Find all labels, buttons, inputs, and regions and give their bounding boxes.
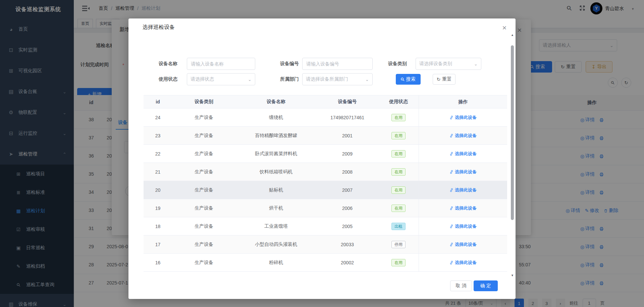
device-action-cell: 选择此设备 (419, 163, 507, 181)
device-status-cell: 在用 (378, 150, 419, 158)
device-code-input[interactable] (302, 58, 373, 70)
link-icon (449, 170, 453, 174)
device-category-label: 设备类别 (383, 61, 407, 67)
device-id: 24 (144, 115, 172, 120)
link-icon (449, 261, 453, 265)
device-code: 20002 (316, 260, 378, 265)
device-id: 23 (144, 133, 172, 138)
device-id: 18 (144, 224, 172, 229)
device-action-cell: 选择此设备 (419, 181, 507, 199)
device-action-cell: 选择此设备 (419, 254, 507, 271)
status-badge: 在用 (391, 259, 406, 266)
status-badge: 在用 (391, 168, 406, 176)
status-badge: 出租 (391, 223, 406, 230)
select-device-button[interactable]: 选择此设备 (449, 115, 477, 121)
device-code: 2007 (316, 187, 378, 193)
device-table-header: id设备类别设备名称设备编号使用状态操作 (144, 95, 507, 108)
use-status-select[interactable]: 请选择状态 ⌄ (187, 73, 255, 85)
device-name: 粉碎机 (236, 260, 316, 266)
device-category-select[interactable]: 请选择设备类别 ⌄ (416, 58, 481, 70)
device-name: 百特精酿啤酒发酵罐 (236, 133, 316, 139)
device-table-body: 24生产设备缠绕机1749820717461在用选择此设备23生产设备百特精酿啤… (144, 108, 507, 272)
device-id: 21 (144, 169, 172, 175)
device-action-cell: 选择此设备 (419, 127, 507, 144)
device-name: 烘干机 (236, 205, 316, 211)
device-status-cell: 在用 (378, 114, 419, 121)
device-table-row: 19生产设备烘干机2006在用选择此设备 (144, 199, 507, 217)
device-id: 16 (144, 260, 172, 265)
link-icon (449, 243, 453, 247)
select-device-button[interactable]: 选择此设备 (449, 133, 477, 139)
confirm-button[interactable]: 确 定 (474, 280, 498, 291)
modal-search-button[interactable]: ⚲ 搜索 (396, 74, 421, 85)
device-name-input[interactable] (187, 58, 255, 70)
modal-close-icon[interactable]: ✕ (502, 25, 507, 32)
device-name: 贴标机 (236, 187, 316, 193)
device-action-cell: 选择此设备 (419, 145, 507, 163)
device-status-cell: 出租 (378, 223, 419, 230)
filter-use-status: 使用状态 请选择状态 ⌄ (149, 73, 255, 85)
modal-scrollbar: ▲ ▼ (510, 33, 515, 277)
status-badge: 在用 (391, 114, 406, 121)
device-category: 生产设备 (172, 242, 236, 248)
device-category: 生产设备 (172, 260, 236, 266)
device-table-row: 18生产设备工业蒸馏塔2005出租选择此设备 (144, 217, 507, 235)
device-action-cell: 选择此设备 (419, 199, 507, 217)
device-table-row: 16生产设备粉碎机20002在用选择此设备 (144, 254, 507, 272)
select-device-button[interactable]: 选择此设备 (449, 187, 477, 193)
select-device-button[interactable]: 选择此设备 (449, 169, 477, 175)
select-device-button[interactable]: 选择此设备 (449, 223, 477, 229)
device-category: 生产设备 (172, 151, 236, 157)
device-category: 生产设备 (172, 133, 236, 139)
department-select[interactable]: 请选择设备所属部门 ⌄ (302, 73, 373, 85)
filter-device-name: 设备名称 (149, 58, 255, 70)
device-id: 20 (144, 187, 172, 193)
device-category: 生产设备 (172, 169, 236, 175)
device-code: 20033 (316, 242, 378, 247)
device-name-label: 设备名称 (149, 61, 177, 67)
device-status-cell: 在用 (378, 132, 419, 139)
device-status-cell: 在用 (378, 168, 419, 176)
select-device-button[interactable]: 选择此设备 (449, 151, 477, 157)
device-table-row: 17生产设备小型自动四头灌装机20033停用选择此设备 (144, 235, 507, 254)
device-category: 生产设备 (172, 205, 236, 211)
app-root: 设备巡检监测系统 ◕首页⊡实时监测⊞可视化园区▤设备台账⌄⚙物联配置⌄⊟运行监控… (0, 0, 644, 307)
device-code-label: 设备编号 (269, 61, 299, 67)
device-name: 饮料纸箱喷码机 (236, 169, 316, 175)
device-category: 生产设备 (172, 187, 236, 193)
select-device-button[interactable]: 选择此设备 (449, 260, 477, 266)
device-col-设备类别: 设备类别 (172, 99, 236, 105)
link-icon (449, 188, 453, 192)
filter-department: 所属部门 请选择设备所属部门 ⌄ (269, 73, 373, 85)
select-device-modal: 选择巡检设备 ✕ 设备名称 设备编号 设备类别 请选择设备类别 ⌄ 使用状态 (128, 18, 516, 299)
device-status-cell: 停用 (378, 241, 419, 248)
device-table-row: 22生产设备卧式滚筒酱菜拌料机2009在用选择此设备 (144, 145, 507, 163)
select-device-button[interactable]: 选择此设备 (449, 242, 477, 248)
device-col-设备名称: 设备名称 (236, 99, 316, 105)
scroll-up-icon[interactable]: ▲ (510, 33, 515, 37)
device-id: 22 (144, 151, 172, 157)
filter-device-category: 设备类别 请选择设备类别 ⌄ (383, 58, 481, 70)
device-col-id: id (144, 99, 172, 104)
use-status-label: 使用状态 (149, 76, 177, 82)
select-device-button[interactable]: 选择此设备 (449, 205, 477, 211)
search-icon: ⚲ (399, 76, 406, 83)
scroll-down-icon[interactable]: ▼ (510, 274, 515, 277)
status-badge: 在用 (391, 132, 406, 139)
device-code: 1749820717461 (316, 115, 378, 120)
modal-reset-button[interactable]: ↻ 重置 (433, 74, 455, 85)
status-badge: 停用 (391, 241, 406, 248)
device-code: 2006 (316, 206, 378, 211)
chevron-down-icon: ⌄ (474, 61, 478, 67)
status-badge: 在用 (391, 205, 406, 212)
device-table-row: 20生产设备贴标机2007在用选择此设备 (144, 181, 507, 199)
refresh-icon: ↻ (437, 77, 441, 82)
scrollbar-thumb[interactable] (511, 45, 514, 220)
device-status-cell: 在用 (378, 186, 419, 194)
status-badge: 在用 (391, 186, 406, 194)
device-col-设备编号: 设备编号 (316, 99, 378, 105)
device-code: 2005 (316, 224, 378, 229)
device-code: 2008 (316, 169, 378, 175)
cancel-button[interactable]: 取 消 (450, 280, 472, 291)
device-name: 工业蒸馏塔 (236, 223, 316, 229)
